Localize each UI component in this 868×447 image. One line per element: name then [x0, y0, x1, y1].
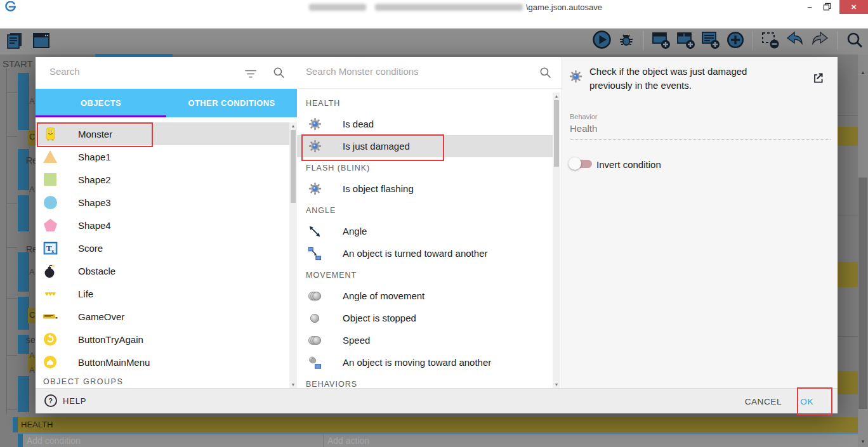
event-row-divider [838, 336, 858, 337]
title-bar: \game.json.autosave – ✕ [0, 0, 868, 14]
add-event-button[interactable] [652, 30, 671, 51]
event-sheet-text-fragment: A [29, 365, 35, 375]
scrollbar-thumb[interactable] [858, 178, 867, 409]
scroll-up-icon[interactable]: ▲ [858, 70, 868, 75]
object-row-buttonmainmenu[interactable]: ButtonMainMenu [36, 351, 289, 373]
condition-search-input[interactable] [305, 65, 516, 77]
toolbar-separator [643, 31, 644, 50]
behavior-field-value[interactable]: Health [570, 123, 597, 134]
add-condition-button[interactable]: Add condition [23, 434, 324, 447]
conditions-scrollbar[interactable]: ▲ ▼ [553, 93, 560, 388]
close-button[interactable]: ✕ [839, 0, 868, 14]
condition-section-header-angle: ANGLE [297, 200, 553, 220]
scroll-down-icon[interactable]: ▼ [553, 382, 560, 387]
add-action-button[interactable]: Add action [324, 434, 858, 447]
preview-play-button[interactable] [592, 30, 611, 51]
event-bar [13, 417, 18, 432]
event-sheet-text-fragment: C [29, 310, 35, 320]
debug-button[interactable] [617, 30, 636, 51]
object-groups-header: OBJECT GROUPS [36, 377, 297, 386]
add-new-button[interactable] [726, 30, 745, 51]
open-in-new-button[interactable] [812, 72, 824, 86]
condition-row-angle[interactable]: Angle [297, 220, 553, 242]
cancel-button[interactable]: CANCEL [741, 396, 786, 407]
scene-editor-button[interactable] [32, 31, 51, 51]
toolbar-left-group [5, 31, 51, 51]
event-tree-line [6, 68, 7, 414]
search-icon [273, 67, 285, 81]
condition-row-object-is-stopped[interactable]: Object is stopped [297, 307, 553, 329]
condition-search-bar [297, 57, 562, 89]
event-tree-stub [6, 355, 17, 356]
undo-button[interactable] [786, 30, 805, 51]
event-sheet-text-fragment: C [29, 132, 35, 141]
condition-label: Speed [343, 335, 370, 346]
object-row-shape4[interactable]: Shape4 [36, 214, 289, 236]
object-row-obstacle[interactable]: Obstacle [36, 259, 289, 282]
object-label: GameOver [78, 311, 124, 322]
search-icon [846, 31, 864, 51]
monster-icon [42, 126, 58, 141]
delete-event-button[interactable] [761, 30, 780, 51]
square-icon [42, 172, 58, 186]
condition-label: Angle [343, 226, 367, 236]
scroll-up-icon[interactable]: ▲ [553, 94, 560, 98]
object-label: Shape2 [78, 174, 111, 185]
scrollbar-thumb[interactable] [291, 130, 296, 203]
condition-row-is-object-flashing[interactable]: Is object flashing [297, 178, 553, 200]
condition-row-an-object-is-turned-toward-another[interactable]: An object is turned toward another [297, 242, 553, 264]
event-sheet-text-fragment: A [29, 96, 35, 106]
minimize-button[interactable]: – [805, 2, 815, 12]
scene-editor-icon [32, 31, 51, 52]
help-button[interactable]: ? HELP [44, 394, 86, 407]
condition-label: An object is turned toward another [343, 248, 487, 259]
dialog-footer: ? HELP CANCEL OK [36, 388, 838, 413]
condition-row-angle-of-movement[interactable]: Angle of movement [297, 285, 553, 307]
restore-button[interactable] [822, 2, 832, 12]
tab-objects[interactable]: OBJECTS [36, 89, 166, 117]
filter-icon[interactable] [245, 69, 256, 81]
hearts-icon: ♥♥♥ [42, 290, 58, 297]
event-comment-band [838, 127, 858, 146]
add-comment-icon [701, 30, 720, 51]
behavior-gear-icon [306, 139, 324, 153]
objects-scrollbar[interactable]: ▲ ▼ [289, 122, 297, 388]
event-row-divider [838, 216, 858, 216]
object-row-life[interactable]: ♥♥♥ Life [36, 282, 289, 305]
scrollbar-thumb[interactable] [554, 100, 559, 167]
object-row-buttontryagain[interactable]: ButtonTryAgain [36, 328, 289, 351]
add-comment-button[interactable] [701, 30, 720, 51]
event-comment-band [838, 371, 858, 394]
condition-row-speed[interactable]: Speed [297, 329, 553, 351]
event-bar [18, 376, 29, 412]
open-in-new-icon [812, 77, 824, 86]
object-row-score[interactable]: Tx Score [36, 236, 289, 259]
object-row-shape2[interactable]: Shape2 [36, 168, 289, 191]
ok-button[interactable]: OK [796, 396, 817, 407]
object-search-input[interactable] [48, 65, 235, 77]
object-row-shape1[interactable]: Shape1 [36, 145, 289, 168]
object-row-gameover[interactable]: GameOver [36, 305, 289, 328]
tab-other-conditions[interactable]: OTHER CONDITIONS [166, 89, 297, 117]
condition-row-is-dead[interactable]: Is dead [297, 113, 553, 135]
condition-label: Angle of movement [343, 290, 424, 301]
event-bar [18, 252, 29, 292]
svg-text:x: x [51, 247, 54, 254]
redo-button[interactable] [810, 30, 829, 51]
add-subevent-button[interactable] [676, 30, 695, 51]
project-manager-button[interactable] [5, 31, 24, 51]
condition-row-an-object-is-moving-toward-another[interactable]: An object is moving toward another [297, 351, 553, 373]
object-row-monster[interactable]: Monster [36, 122, 289, 145]
scroll-down-icon[interactable]: ▼ [289, 382, 297, 387]
scroll-up-icon[interactable]: ▲ [289, 124, 297, 128]
search-button[interactable] [845, 30, 864, 51]
event-tree-stub [6, 203, 17, 204]
text-object-icon: Tx [42, 241, 58, 256]
condition-row-is-just-damaged[interactable]: Is just damaged [297, 135, 553, 157]
invert-condition-toggle[interactable] [570, 157, 593, 170]
condition-detail-panel: Check if the object was just damaged pre… [562, 57, 838, 388]
event-sheet-scrollbar[interactable]: ▲ ▼ [858, 55, 868, 447]
object-row-shape3[interactable]: Shape3 [36, 191, 289, 214]
event-bar [18, 297, 29, 330]
scroll-down-icon[interactable]: ▼ [858, 439, 868, 444]
